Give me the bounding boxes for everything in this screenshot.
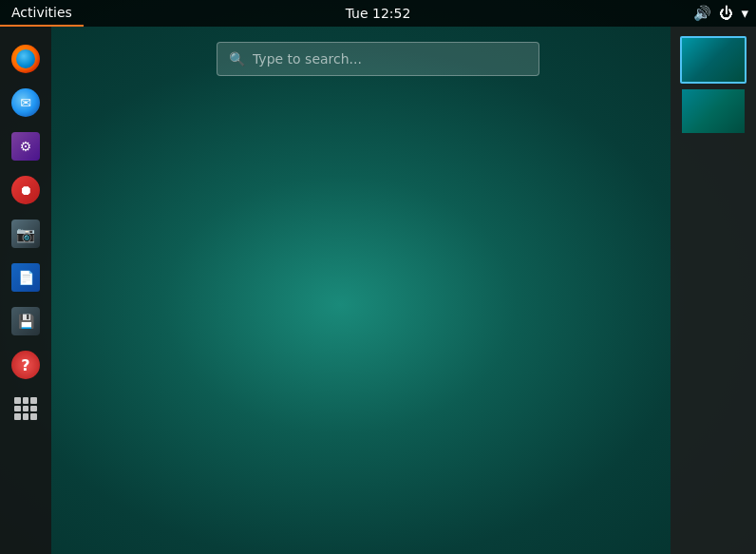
power-icon[interactable]: ⏻ <box>719 5 733 22</box>
workspace-switcher <box>671 27 756 554</box>
activities-label: Activities <box>11 5 72 20</box>
dock-item-show-apps[interactable] <box>7 390 45 428</box>
activities-button[interactable]: Activities <box>0 0 84 27</box>
camera-icon: 📷 <box>11 220 40 248</box>
record-icon: ⏺ <box>11 176 40 204</box>
workspace-2-thumbnail <box>682 89 745 133</box>
help-icon: ? <box>11 351 40 379</box>
workspace-1-thumbnail <box>682 38 745 82</box>
show-apps-icon <box>11 394 40 423</box>
workspace-2[interactable] <box>680 87 747 135</box>
documents-icon: 📄 <box>11 263 40 292</box>
dock-item-thunderbird[interactable] <box>7 84 45 122</box>
firefox-icon <box>11 45 40 73</box>
dock-item-camera[interactable]: 📷 <box>7 215 45 253</box>
disk-usage-icon: 💾 <box>11 307 40 335</box>
dock-item-system-settings[interactable]: ⚙ <box>7 127 45 165</box>
tray-arrow-icon[interactable]: ▾ <box>741 5 748 22</box>
thunderbird-icon <box>11 88 40 117</box>
dock-item-documents[interactable]: 📄 <box>7 258 45 296</box>
dock: ⚙ ⏺ 📷 📄 💾 ? <box>0 27 51 554</box>
workspace-1[interactable] <box>680 36 747 84</box>
search-container: 🔍 <box>217 42 539 76</box>
search-icon: 🔍 <box>229 51 245 67</box>
search-input[interactable] <box>253 51 527 67</box>
system-settings-icon: ⚙ <box>11 132 40 161</box>
sound-icon[interactable]: 🔊 <box>693 5 711 22</box>
dock-item-firefox[interactable] <box>7 40 45 78</box>
dock-item-disk-usage[interactable]: 💾 <box>7 302 45 340</box>
clock-display: Tue 12:52 <box>346 6 411 21</box>
system-tray: 🔊 ⏻ ▾ <box>693 5 756 22</box>
search-box: 🔍 <box>217 42 539 76</box>
top-bar: Activities Tue 12:52 🔊 ⏻ ▾ <box>0 0 756 27</box>
dock-item-help[interactable]: ? <box>7 346 45 384</box>
dock-item-record[interactable]: ⏺ <box>7 171 45 209</box>
